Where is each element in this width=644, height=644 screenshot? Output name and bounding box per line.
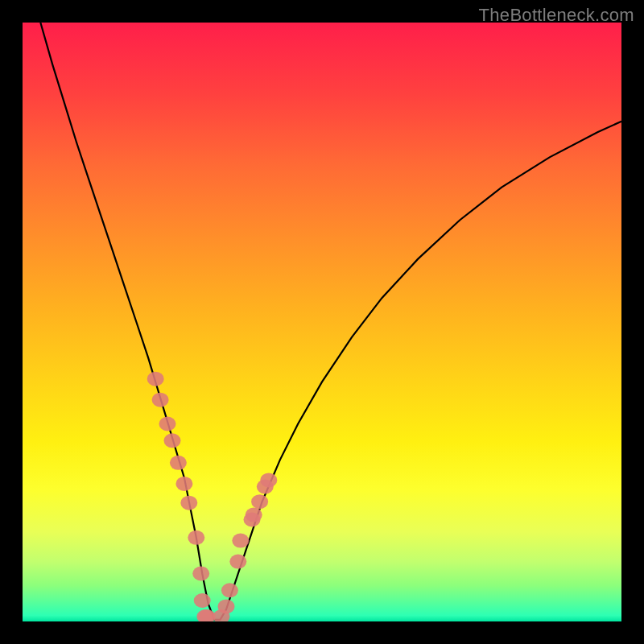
marker-dot <box>180 496 197 510</box>
marker-dot <box>229 555 246 569</box>
marker-dot <box>188 530 204 545</box>
marker-dot <box>221 583 238 597</box>
marker-dot <box>260 473 277 487</box>
marker-dot <box>246 508 262 522</box>
marker-dot <box>232 534 249 548</box>
marker-dot <box>164 433 181 448</box>
marker-dot <box>218 599 235 613</box>
marker-dot <box>170 456 187 470</box>
marker-dot <box>152 393 169 407</box>
marker-dot <box>194 593 211 608</box>
marker-dot <box>159 417 176 431</box>
marker-dot <box>147 372 164 386</box>
marker-group <box>147 372 278 621</box>
marker-dot <box>251 494 268 509</box>
chart-area <box>23 23 621 621</box>
marker-dot <box>175 477 192 491</box>
watermark-text: TheBottleneck.com <box>479 5 634 26</box>
marker-dot <box>192 567 209 581</box>
curve-path <box>40 23 621 620</box>
bottleneck-curve-svg <box>23 23 621 621</box>
